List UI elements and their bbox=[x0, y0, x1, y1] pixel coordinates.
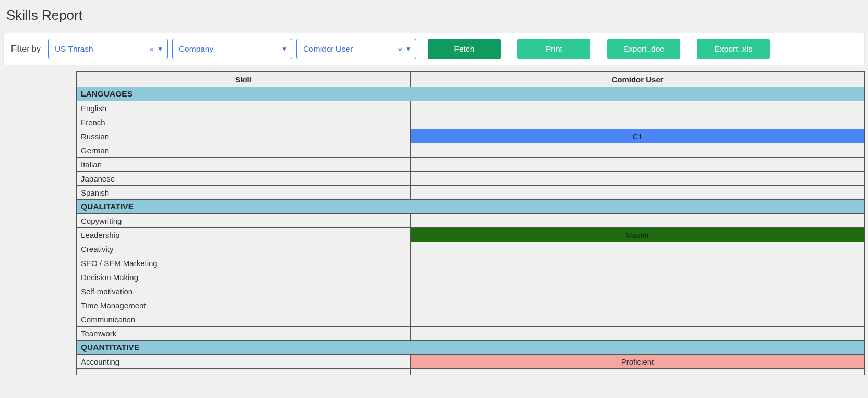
print-button[interactable]: Print bbox=[517, 39, 590, 59]
level-cell bbox=[411, 312, 865, 327]
table-row: Japanese bbox=[77, 172, 865, 186]
dropdown-value: US Thrash bbox=[55, 44, 93, 54]
table-row: Copywriting bbox=[77, 214, 865, 228]
table-row: Self-motivation bbox=[77, 284, 865, 298]
level-cell: Master bbox=[411, 228, 865, 242]
skill-cell: Russian bbox=[77, 129, 411, 143]
skill-cell: French bbox=[77, 115, 411, 129]
skill-cell: Time Management bbox=[77, 298, 411, 312]
table-row: Time Management bbox=[77, 298, 865, 312]
category-label: QUALITATIVE bbox=[77, 200, 865, 214]
skill-cell: Japanese bbox=[77, 172, 411, 186]
filter-label: Filter by bbox=[9, 44, 44, 54]
table-container: Skill Comidor User LANGUAGESEnglishFrenc… bbox=[76, 71, 865, 375]
level-cell bbox=[411, 214, 865, 228]
filter-dropdown-2[interactable]: Company ▼ bbox=[172, 39, 292, 59]
chevron-down-icon[interactable]: ▼ bbox=[405, 45, 412, 53]
level-cell bbox=[411, 284, 865, 298]
level-cell bbox=[411, 101, 865, 115]
header-skill: Skill bbox=[77, 72, 411, 87]
skill-cell: Italian bbox=[77, 158, 411, 172]
level-cell bbox=[411, 115, 865, 129]
level-cell bbox=[411, 143, 865, 158]
table-row: French bbox=[77, 115, 865, 129]
dropdown-value: Company bbox=[179, 44, 213, 54]
skill-cell: Spanish bbox=[77, 186, 411, 200]
table-row: Spanish bbox=[77, 186, 865, 200]
skill-cell: Communication bbox=[77, 312, 411, 327]
level-cell bbox=[411, 158, 865, 172]
filter-dropdown-1[interactable]: US Thrash × ▼ bbox=[48, 39, 168, 59]
table-row: Teamwork bbox=[77, 327, 865, 341]
level-cell: C1 bbox=[411, 129, 865, 143]
fetch-button[interactable]: Fetch bbox=[428, 39, 501, 59]
filter-dropdown-3[interactable]: Comidor User × ▼ bbox=[296, 39, 416, 59]
export-xls-button[interactable]: Export .xls bbox=[697, 39, 770, 59]
table-row: AccountingProficient bbox=[77, 355, 865, 369]
level-cell: Proficient bbox=[411, 355, 865, 369]
skills-table: Skill Comidor User LANGUAGESEnglishFrenc… bbox=[76, 71, 865, 375]
level-cell bbox=[411, 242, 865, 256]
clear-icon[interactable]: × bbox=[149, 45, 154, 54]
level-cell bbox=[411, 369, 865, 375]
category-label: QUANTITATIVE bbox=[77, 341, 865, 355]
table-row: Decision Making bbox=[77, 270, 865, 284]
category-row: QUANTITATIVE bbox=[77, 341, 865, 355]
table-row: SEO / SEM Marketing bbox=[77, 256, 865, 270]
chevron-down-icon[interactable]: ▼ bbox=[157, 45, 163, 53]
skill-cell: German bbox=[77, 143, 411, 158]
table-row: German bbox=[77, 143, 865, 158]
skill-cell: SEO / SEM Marketing bbox=[77, 256, 411, 270]
table-row-partial bbox=[77, 369, 865, 375]
skill-cell: Leadership bbox=[77, 228, 411, 242]
category-label: LANGUAGES bbox=[77, 87, 865, 101]
skill-cell: Decision Making bbox=[77, 270, 411, 284]
clear-icon[interactable]: × bbox=[397, 45, 402, 54]
header-user: Comidor User bbox=[411, 72, 865, 87]
table-row: English bbox=[77, 101, 865, 115]
category-row: LANGUAGES bbox=[77, 87, 865, 101]
export-doc-button[interactable]: Export .doc bbox=[607, 39, 680, 59]
level-cell bbox=[411, 186, 865, 200]
level-cell bbox=[411, 270, 865, 284]
skill-cell: Creativity bbox=[77, 242, 411, 256]
skill-cell: Copywriting bbox=[77, 214, 411, 228]
category-row: QUALITATIVE bbox=[77, 200, 865, 214]
level-cell bbox=[411, 327, 865, 341]
level-cell bbox=[411, 172, 865, 186]
table-row: Italian bbox=[77, 158, 865, 172]
table-row: RussianC1 bbox=[77, 129, 865, 143]
level-cell bbox=[411, 256, 865, 270]
table-row: Creativity bbox=[77, 242, 865, 256]
skill-cell: Accounting bbox=[77, 355, 411, 369]
skill-cell: English bbox=[77, 101, 411, 115]
skill-cell: Teamwork bbox=[77, 327, 411, 341]
table-row: LeadershipMaster bbox=[77, 228, 865, 242]
dropdown-value: Comidor User bbox=[303, 44, 353, 54]
table-row: Communication bbox=[77, 312, 865, 327]
level-cell bbox=[411, 298, 865, 312]
page-title: Skills Report bbox=[0, 0, 868, 31]
filter-bar: Filter by US Thrash × ▼ Company ▼ Comido… bbox=[3, 33, 865, 65]
skill-cell: Self-motivation bbox=[77, 284, 411, 298]
chevron-down-icon[interactable]: ▼ bbox=[281, 45, 287, 53]
skill-cell bbox=[77, 369, 411, 375]
